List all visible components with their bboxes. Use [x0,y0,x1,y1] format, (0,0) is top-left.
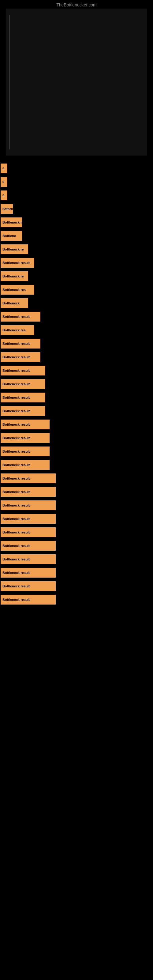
result-row-15: Bottleneck result [0,350,153,364]
result-bar-13[interactable]: Bottleneck res [1,325,34,335]
result-row-28: Bottleneck result [0,525,153,539]
result-row-26: Bottleneck result [0,499,153,512]
result-bar-15[interactable]: Bottleneck result [1,352,40,362]
result-row-4: Bottlen [0,202,153,216]
result-row-14: Bottleneck result [0,337,153,350]
result-row-10: Bottleneck res [0,283,153,296]
result-row-20: Bottleneck result [0,418,153,431]
result-row-13: Bottleneck res [0,323,153,337]
result-bar-24[interactable]: Bottleneck result [1,474,56,483]
result-bar-32[interactable]: Bottleneck result [1,581,56,591]
result-bar-30[interactable]: Bottleneck result [1,554,56,564]
y-axis [9,15,10,150]
result-row-17: Bottleneck result [0,377,153,391]
result-row-2: E [0,175,153,189]
result-bar-23[interactable]: Bottleneck result [1,460,49,470]
result-row-5: Bottleneck r [0,216,153,229]
result-bar-20[interactable]: Bottleneck result [1,420,49,430]
result-row-23: Bottleneck result [0,458,153,472]
result-bar-14[interactable]: Bottleneck result [1,339,40,348]
result-row-19: Bottleneck result [0,404,153,418]
result-bar-18[interactable]: Bottleneck result [1,393,45,402]
result-bar-25[interactable]: Bottleneck result [1,487,56,497]
result-bar-26[interactable]: Bottleneck result [1,500,56,510]
site-title: TheBottlenecker.com [0,0,153,9]
result-bar-29[interactable]: Bottleneck result [1,541,56,550]
result-row-12: Bottleneck result [0,310,153,323]
result-row-9: Bottleneck re [0,269,153,283]
result-bar-31[interactable]: Bottleneck result [1,568,56,578]
result-bar-22[interactable]: Bottleneck result [1,447,49,456]
results-section: BEBBottlenBottleneck rBottleneBottleneck… [0,162,153,606]
result-bar-28[interactable]: Bottleneck result [1,527,56,537]
result-bar-16[interactable]: Bottleneck result [1,366,45,375]
result-bar-12[interactable]: Bottleneck result [1,312,40,321]
result-row-27: Bottleneck result [0,512,153,525]
result-row-29: Bottleneck result [0,539,153,552]
result-bar-7[interactable]: Bottleneck re [1,244,28,254]
result-bar-4[interactable]: Bottlen [1,204,13,214]
result-row-30: Bottleneck result [0,552,153,566]
result-bar-33[interactable]: Bottleneck result [1,595,56,605]
result-bar-3[interactable]: B [1,191,7,200]
result-bar-11[interactable]: Bottleneck [1,298,28,308]
result-bar-19[interactable]: Bottleneck result [1,406,45,416]
result-row-33: Bottleneck result [0,593,153,606]
result-row-8: Bottleneck result [0,256,153,269]
result-row-11: Bottleneck [0,296,153,310]
result-bar-21[interactable]: Bottleneck result [1,433,49,443]
result-bar-2[interactable]: E [1,177,7,187]
result-row-3: B [0,189,153,202]
result-row-18: Bottleneck result [0,391,153,404]
result-row-24: Bottleneck result [0,472,153,485]
result-row-16: Bottleneck result [0,364,153,377]
result-row-7: Bottleneck re [0,243,153,256]
result-bar-10[interactable]: Bottleneck res [1,285,34,294]
result-bar-27[interactable]: Bottleneck result [1,514,56,524]
result-bar-5[interactable]: Bottleneck r [1,218,22,227]
result-row-32: Bottleneck result [0,579,153,593]
result-bar-6[interactable]: Bottlene [1,231,22,241]
result-row-31: Bottleneck result [0,566,153,579]
result-bar-8[interactable]: Bottleneck result [1,258,34,268]
result-row-1: B [0,162,153,175]
result-row-6: Bottlene [0,229,153,243]
result-row-22: Bottleneck result [0,445,153,458]
result-bar-9[interactable]: Bottleneck re [1,271,28,281]
result-bar-1[interactable]: B [1,164,7,173]
chart-area [0,9,153,162]
result-row-25: Bottleneck result [0,485,153,499]
result-row-21: Bottleneck result [0,431,153,445]
result-bar-17[interactable]: Bottleneck result [1,379,45,389]
